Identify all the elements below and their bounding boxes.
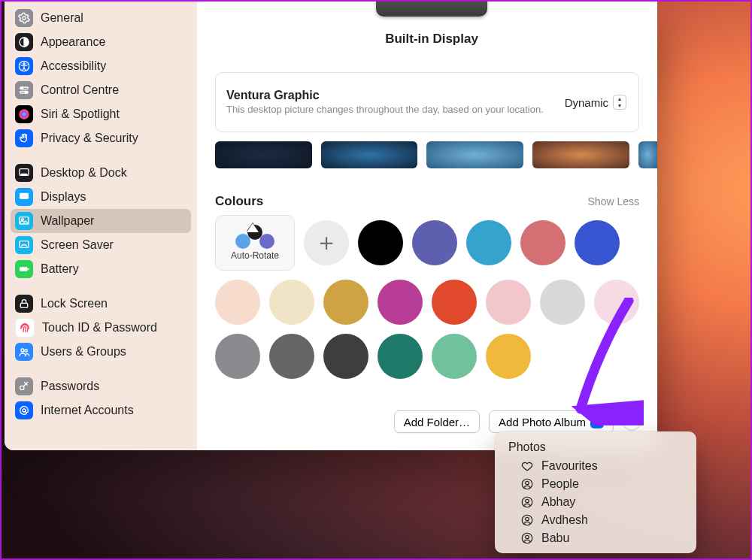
sidebar-item-label: Siri & Spotlight — [41, 107, 120, 121]
sidebar-item-label: Appearance — [41, 35, 105, 49]
sidebar-item-displays[interactable]: Displays — [11, 185, 191, 209]
menu-item-label: Avdhesh — [541, 513, 588, 527]
appearance-icon — [15, 33, 33, 51]
wallpaper-thumbnail[interactable] — [215, 141, 312, 168]
menu-item-avdhesh[interactable]: Avdhesh — [498, 511, 693, 529]
svg-point-19 — [21, 349, 24, 352]
colour-swatch[interactable] — [594, 280, 639, 325]
help-label: ? — [629, 416, 635, 428]
sidebar-item-label: Accessibility — [41, 59, 106, 73]
svg-point-0 — [23, 17, 26, 20]
colour-swatch[interactable] — [378, 280, 423, 325]
colour-swatches: Auto-Rotate ＋ — [215, 215, 639, 379]
colour-swatch[interactable] — [269, 280, 314, 325]
svg-rect-10 — [21, 174, 27, 175]
menu-item-babu[interactable]: Babu — [498, 529, 693, 547]
svg-rect-17 — [28, 268, 29, 271]
wallpaper-footer-buttons: Add Folder… Add Photo Album ? — [197, 410, 641, 433]
battery-icon — [15, 260, 33, 278]
sidebar-item-label: Displays — [41, 190, 86, 204]
colour-swatch[interactable] — [378, 334, 423, 379]
show-less-link[interactable]: Show Less — [588, 195, 639, 207]
accessibility-icon — [15, 57, 33, 75]
colour-swatch[interactable] — [486, 280, 531, 325]
menu-item-label: People — [541, 477, 579, 491]
menu-title: Photos — [498, 437, 693, 457]
wallpaper-mode-select[interactable]: Dynamic ▴▾ — [559, 93, 628, 111]
wallpaper-thumbnail[interactable] — [638, 141, 657, 168]
sidebar-item-appearance[interactable]: Appearance — [11, 30, 191, 54]
wallpaper-thumbnail[interactable] — [426, 141, 523, 168]
sidebar-item-label: General — [41, 11, 83, 25]
system-settings-window: GeneralAppearanceAccessibilityControl Ce… — [5, 2, 657, 450]
colour-swatch[interactable] — [575, 220, 620, 265]
display-label: Built-in Display — [370, 32, 493, 47]
siri-icon — [15, 105, 33, 123]
sidebar-item-label: Wallpaper — [41, 214, 94, 228]
person-circle-icon — [520, 477, 534, 491]
sidebar-item-internet-accounts[interactable]: Internet Accounts — [11, 398, 191, 422]
sidebar-item-label: Internet Accounts — [41, 404, 134, 417]
svg-point-28 — [526, 517, 529, 521]
menu-item-people[interactable]: People — [498, 475, 693, 493]
sidebar-item-label: Touch ID & Password — [42, 321, 157, 334]
users-icon — [15, 343, 33, 361]
sidebar-item-accessibility[interactable]: Accessibility — [11, 54, 191, 78]
at-icon — [15, 401, 33, 419]
person-circle-icon — [520, 495, 534, 509]
colour-swatch[interactable] — [358, 220, 403, 265]
colour-swatch[interactable] — [432, 280, 477, 325]
svg-point-26 — [526, 499, 529, 503]
sidebar-item-label: Desktop & Dock — [41, 166, 127, 180]
svg-point-6 — [21, 87, 23, 89]
help-button[interactable]: ? — [623, 413, 641, 431]
colour-swatch[interactable] — [215, 280, 260, 325]
add-photo-album-button[interactable]: Add Photo Album — [489, 410, 614, 433]
sidebar-item-desktop-dock[interactable]: Desktop & Dock — [11, 161, 191, 185]
sidebar-item-touch-id-password[interactable]: Touch ID & Password — [11, 316, 191, 340]
menu-item-label: Abhay — [541, 495, 575, 509]
wallpaper-description: This desktop picture changes throughout … — [226, 104, 551, 116]
sidebar-item-passwords[interactable]: Passwords — [11, 374, 191, 398]
colour-swatch[interactable] — [466, 220, 511, 265]
wallpaper-thumbnail[interactable] — [321, 141, 418, 168]
displays-icon — [15, 188, 33, 206]
colour-swatch[interactable] — [432, 334, 477, 379]
add-folder-button[interactable]: Add Folder… — [394, 410, 480, 433]
menu-item-favourites[interactable]: Favourites — [498, 457, 693, 475]
add-photo-album-label: Add Photo Album — [499, 416, 586, 428]
sidebar-item-label: Users & Groups — [41, 345, 126, 359]
colour-swatch[interactable] — [323, 280, 368, 325]
sidebar-item-privacy-security[interactable]: Privacy & Security — [11, 126, 191, 150]
colour-swatch[interactable] — [520, 220, 566, 265]
colour-swatch[interactable] — [215, 334, 260, 379]
sidebar-item-battery[interactable]: Battery — [11, 257, 191, 281]
auto-rotate-tile[interactable]: Auto-Rotate — [215, 215, 295, 271]
sidebar-item-general[interactable]: General — [11, 6, 191, 30]
sidebar-item-label: Control Centre — [41, 83, 119, 97]
wallpaper-thumbnail[interactable] — [532, 141, 629, 168]
sidebar-item-control-centre[interactable]: Control Centre — [11, 78, 191, 102]
add-photo-album-menu: Photos FavouritesPeopleAbhayAvdheshBabu — [495, 431, 696, 553]
screensaver-icon — [15, 236, 33, 254]
sidebar-item-label: Screen Saver — [41, 238, 114, 252]
sidebar-item-label: Battery — [41, 262, 79, 276]
settings-sidebar: GeneralAppearanceAccessibilityControl Ce… — [5, 2, 197, 450]
colour-swatch[interactable] — [412, 220, 457, 265]
svg-point-30 — [526, 535, 529, 539]
sidebar-item-label: Passwords — [41, 380, 99, 393]
colour-swatch[interactable] — [323, 334, 368, 379]
colour-swatch[interactable] — [540, 280, 585, 325]
sidebar-item-users-groups[interactable]: Users & Groups — [11, 340, 191, 364]
add-colour-button[interactable]: ＋ — [304, 220, 349, 265]
sidebar-item-lock-screen[interactable]: Lock Screen — [11, 292, 191, 316]
colour-swatch[interactable] — [269, 334, 314, 379]
svg-rect-18 — [20, 303, 27, 307]
sidebar-item-screen-saver[interactable]: Screen Saver — [11, 233, 191, 257]
svg-rect-16 — [20, 267, 28, 271]
sidebar-item-wallpaper[interactable]: Wallpaper — [11, 209, 191, 233]
colour-swatch[interactable] — [486, 334, 531, 379]
sidebar-item-siri-spotlight[interactable]: Siri & Spotlight — [11, 102, 191, 126]
chevron-down-icon — [590, 415, 604, 428]
menu-item-abhay[interactable]: Abhay — [498, 493, 693, 511]
